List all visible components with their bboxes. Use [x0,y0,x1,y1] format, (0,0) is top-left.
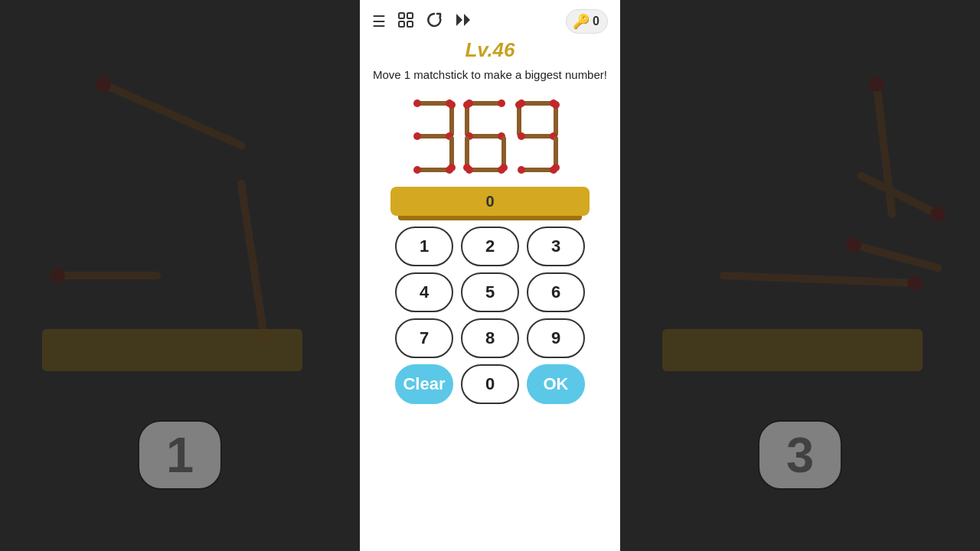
bg-left-number: 1 [166,427,194,483]
svg-rect-16 [399,13,404,18]
svg-point-10 [930,207,946,222]
toolbar: ☰ [372,9,608,34]
numpad-2[interactable]: 2 [461,227,519,266]
svg-rect-18 [399,21,404,27]
svg-point-26 [448,101,456,109]
svg-point-12 [846,237,861,253]
answer-box: 0 [390,187,590,216]
numpad-9[interactable]: 9 [527,318,585,358]
svg-point-48 [466,166,473,174]
svg-line-9 [861,176,938,214]
svg-rect-19 [407,21,413,27]
svg-point-39 [463,101,471,109]
svg-point-58 [518,132,525,140]
key-icon: 🔑 [573,13,590,30]
matchstick-display [406,95,574,179]
grid-icon[interactable] [398,12,413,31]
numpad-8[interactable]: 8 [461,318,519,358]
svg-point-33 [413,166,421,174]
numpad-6[interactable]: 6 [527,272,585,312]
numpad-1[interactable]: 1 [395,227,453,266]
svg-line-0 [103,84,241,145]
numpad-3[interactable]: 3 [527,227,585,266]
svg-marker-21 [464,14,470,26]
svg-point-14 [907,276,923,291]
svg-line-13 [724,276,915,283]
svg-line-7 [877,84,892,214]
svg-point-49 [498,166,505,174]
svg-line-11 [854,245,938,268]
background-left: 1 [0,0,360,551]
svg-point-1 [96,77,111,92]
svg-point-34 [446,166,453,174]
svg-point-28 [413,132,421,140]
numpad-7[interactable]: 7 [395,318,453,358]
svg-point-56 [552,101,560,109]
bg-right-number: 3 [786,427,814,483]
numpad-4[interactable]: 4 [395,272,453,312]
svg-point-8 [869,77,884,92]
key-badge[interactable]: 🔑 0 [566,9,608,34]
svg-line-2 [241,184,264,337]
key-count: 0 [593,15,599,28]
svg-rect-6 [42,329,302,371]
numpad-5[interactable]: 5 [461,272,519,312]
matchstick-number-svg [410,97,570,178]
menu-icon[interactable]: ☰ [372,12,386,31]
numpad-row-1: 1 2 3 [395,227,585,266]
numpad: 1 2 3 4 5 6 7 8 9 Clear 0 OK [372,227,608,404]
numpad-0[interactable]: 0 [461,364,519,404]
svg-point-63 [518,166,525,174]
svg-rect-17 [407,13,413,18]
toolbar-icons: ☰ [372,11,473,32]
svg-marker-20 [456,14,462,26]
svg-point-23 [413,99,421,107]
refresh-icon[interactable] [426,11,443,32]
numpad-row-2: 4 5 6 [395,272,585,312]
clear-button[interactable]: Clear [395,364,453,404]
svg-rect-15 [662,329,923,371]
background-right: 3 [620,0,980,551]
svg-point-37 [498,99,505,107]
ok-button[interactable]: OK [527,364,585,404]
answer-value: 0 [485,193,494,210]
svg-point-5 [50,268,65,283]
svg-point-64 [550,166,557,174]
level-title: Lv.46 [465,38,514,62]
phone-frame: ☰ [360,0,620,551]
instruction-text: Move 1 matchstick to make a biggest numb… [373,67,607,83]
svg-point-54 [515,101,523,109]
skip-icon[interactable] [455,11,473,32]
numpad-row-bottom: Clear 0 OK [395,364,585,404]
numpad-row-3: 7 8 9 [395,318,585,358]
